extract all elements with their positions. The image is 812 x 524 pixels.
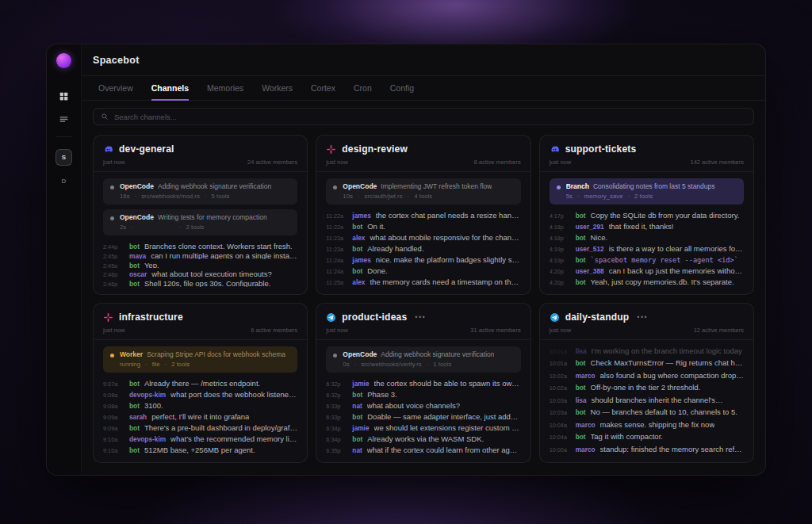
card-menu-button[interactable]: ••• [637,313,648,321]
tab-cortex[interactable]: Cortex [311,76,335,101]
worker-description: Implementing JWT refresh token flow [381,182,492,190]
message-text: what about voice channels? [367,400,460,411]
worker-meta-row: 10s·src/auth/jwt.rs·4 tools [343,193,513,200]
channel-card[interactable]: design-review just now 8 active members … [316,135,530,295]
spacebot-window: S D Spacebot OverviewChannelsMemoriesWor… [46,44,766,476]
apps-grid-icon[interactable] [59,90,70,101]
channel-card[interactable]: dev-general just now 24 active members O… [93,135,308,295]
message-list: 9:07a bot Already there — /metrics endpo… [103,378,297,455]
worker-status-block: Worker Scraping Stripe API docs for webh… [103,346,297,373]
message-timestamp: 11:23a [326,233,347,243]
message-username: bot [576,210,586,220]
message-username: bot [576,382,586,393]
search-bar[interactable] [93,108,754,125]
worker-meta: 2s [120,224,126,231]
message-username: bot [352,389,362,400]
sidebar-avatar-s[interactable]: S [56,149,72,166]
worker-description: Writing tests for memory compaction [158,213,267,221]
tab-channels[interactable]: Channels [151,76,189,101]
message-timestamp: 9:09a [103,412,124,422]
worker-meta: 2 tools [186,224,204,231]
message-text: also found a bug where compaction drops … [600,370,744,381]
worker-meta-row: 2s··2 tools [120,224,290,231]
search-icon [101,113,109,120]
message-username: bot [129,260,140,269]
channel-name: product-ideas [342,312,407,323]
message-text: we should let extensions register custom… [374,423,521,433]
message-timestamp: 10:04a [550,432,571,442]
channel-updated: just now [550,327,572,334]
card-header: support-tickets just now 142 active memb… [540,136,753,172]
worker-meta: 4 tools [414,193,432,200]
channel-card[interactable]: product-ideas ••• just now 31 active mem… [316,303,530,463]
message-username: bot [576,277,586,287]
message-list: 10:01a lisa I'm working on the branch ti… [550,346,744,455]
worker-description: Scraping Stripe API docs for webhook sch… [147,350,285,358]
search-input[interactable] [114,113,746,121]
message-timestamp: 11:24a [326,266,347,276]
worker-meta: 10s [343,193,353,200]
message-timestamp: 6:32p [326,390,347,400]
discord-icon [550,144,560,155]
message-text: the memory cards need a timestamp on the… [370,277,520,287]
worker-list: OpenCode Implementing JWT refresh token … [326,178,520,205]
message-username: user_388 [576,266,604,276]
message-username: bot [576,358,586,369]
channel-card[interactable]: support-tickets just now 142 active memb… [539,135,754,295]
sidebar-avatar-d[interactable]: D [62,178,67,185]
message-timestamp: 4:20p [550,266,571,276]
message-text: Yeah, just copy memories.db. It's separa… [591,277,734,287]
message-username: sarah [129,411,147,422]
tab-memories[interactable]: Memories [207,76,243,101]
worker-status-block: Branch Consolidating notes from last 5 s… [550,178,744,205]
message-timestamp: 4:19p [550,255,571,265]
message-list: 11:22a james the cortex chat panel needs… [326,210,520,287]
cards-grid: dev-general just now 24 active members O… [82,133,765,474]
mini-sidebar: S D [47,44,82,475]
list-icon[interactable] [59,113,70,124]
tab-workers[interactable]: Workers [262,76,293,101]
tab-overview[interactable]: Overview [98,76,133,101]
message-row: 6:34p jamie we should let extensions reg… [326,423,520,433]
message-text: nice. make the platform badges slightly … [376,254,521,265]
card-menu-button[interactable]: ••• [415,313,426,321]
message-username: lisa [576,395,587,406]
spacebot-logo-icon[interactable] [56,53,71,68]
channel-card[interactable]: daily-standup ••• just now 12 active mem… [539,303,754,463]
worker-meta-row: 0s·src/webhooks/verify.rs·1 tools [343,361,513,368]
message-username: oscar [129,269,147,277]
message-row: 10:04a bot Tag it with compactor. [550,431,744,442]
message-row: 10:04a marco makes sense. shipping the f… [550,419,744,430]
message-timestamp: 9:09a [103,423,124,433]
message-timestamp: 4:18p [550,222,571,231]
message-username: user_291 [576,221,604,231]
message-username: maya [129,251,146,259]
message-text: what's the recommended memory limit for… [170,434,297,444]
channel-name: design-review [342,143,408,155]
message-username: bot [129,378,140,388]
message-text: Nice. [591,232,608,243]
tab-cron[interactable]: Cron [354,76,372,101]
tab-config[interactable]: Config [390,76,414,101]
message-username: bot [576,232,586,243]
worker-meta: 2 tools [171,361,190,368]
message-list: 2:44p bot Branches clone context. Worker… [103,241,297,287]
message-text: Off-by-one in the tier 2 threshold. [591,382,701,393]
message-text: `spacebot memory reset --agent <id>` [591,254,738,265]
message-text: standup: finished the memory search refa… [600,444,744,455]
status-dot-icon [557,186,561,189]
message-username: bot [352,411,362,422]
worker-list: OpenCode Adding webhook signature verifi… [103,178,297,235]
message-text: Check MaxTurnsError — Rig returns chat h… [591,358,744,369]
message-row: 9:08a bot 3100. [103,400,297,411]
message-username: james [352,210,371,220]
worker-label: OpenCode [120,182,154,190]
channel-card[interactable]: infrastructure just now 6 active members… [93,303,308,463]
message-text: what about mobile responsive for the cha… [370,232,520,243]
message-timestamp: 4:20p [550,277,571,287]
message-username: nat [352,400,362,411]
app-title: Spacebot [93,55,140,66]
message-timestamp: 10:03a [550,396,571,406]
message-timestamp: 11:24a [326,255,347,265]
message-username: bot [129,400,140,411]
